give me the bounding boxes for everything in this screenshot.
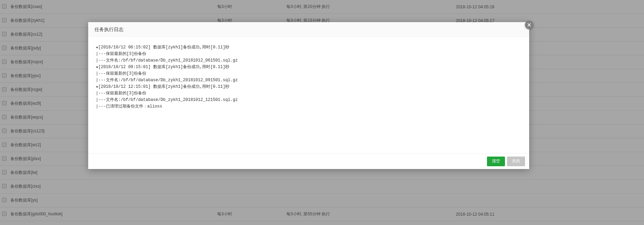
clear-button[interactable]: 清空 (487, 157, 505, 166)
dialog-title: 任务执行日志 (88, 22, 529, 37)
log-dialog: 任务执行日志 ★[2018/10/12 06:15:02] 数据库[zykh1]… (88, 22, 529, 169)
dialog-body: ★[2018/10/12 06:15:02] 数据库[zykh1]备份成功,用时… (88, 37, 529, 153)
close-button[interactable]: 关闭 (507, 157, 525, 166)
log-content: ★[2018/10/12 06:15:02] 数据库[zykh1]备份成功,用时… (96, 44, 522, 110)
close-icon[interactable] (525, 21, 533, 29)
dialog-footer: 清空 关闭 (88, 153, 529, 169)
